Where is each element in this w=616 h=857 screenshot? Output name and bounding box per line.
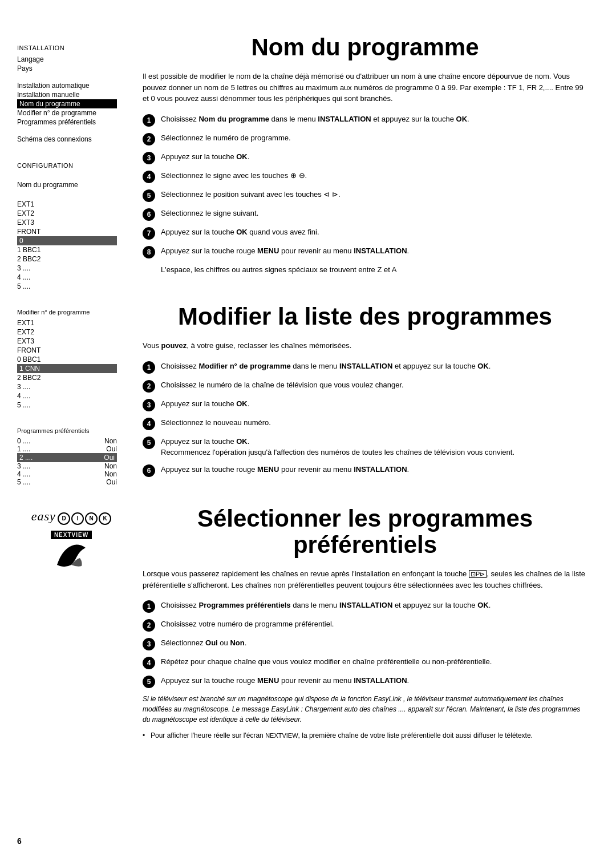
mod-4[interactable]: 4 .... <box>17 391 125 401</box>
step-mod-text-6: Appuyez sur la touche rouge MENU pour re… <box>161 464 587 475</box>
sidebar-item-manuelle[interactable]: Installation manuelle <box>17 90 125 99</box>
logo-area: easy D I N K NEXTVIEW <box>17 509 125 577</box>
step-pref-2: 2 Choisissez votre numéro de programme p… <box>143 619 587 632</box>
pref-4-val: Non <box>104 470 117 478</box>
step-pref-4: 4 Répétez pour chaque chaîne que vous vo… <box>143 656 587 669</box>
programmes-pref-intro: Lorsque vous passerez rapidement les cha… <box>143 568 587 591</box>
sidebar-pref-label: Programmes préférentiels <box>17 427 125 435</box>
step-num-3: 3 <box>143 152 155 164</box>
step-num-4: 4 <box>143 171 155 183</box>
step-pref-5: 5 Appuyez sur la touche rouge MENU pour … <box>143 675 587 688</box>
mod-ext3[interactable]: EXT3 <box>17 337 125 346</box>
mod-1-cnn[interactable]: 1 CNN <box>17 364 117 373</box>
sidebar: INSTALLATION Langage Pays Installation a… <box>0 23 125 834</box>
channel-5[interactable]: 5 .... <box>17 282 125 291</box>
modifier-liste-steps: 1 Choisissez Modifier n° de programme da… <box>143 361 587 477</box>
section-nom-programme: Nom du programme Il est possible de modi… <box>143 34 587 275</box>
channel-ext1[interactable]: EXT1 <box>17 200 125 209</box>
channel-list-modifier: EXT1 EXT2 EXT3 FRONT 0 BBC1 1 CNN 2 BBC2… <box>17 318 125 410</box>
step-nom-2: 2 Sélectionnez le numéro de programme. <box>143 132 587 145</box>
sidebar-modifier-label: Modifier n° de programme <box>17 308 125 316</box>
pref-4-num: 4 .... <box>17 470 30 478</box>
bird-icon <box>54 542 88 571</box>
channel-front[interactable]: FRONT <box>17 227 125 236</box>
step-text-8: Appuyez sur la touche rouge MENU pour re… <box>161 245 587 257</box>
nextview-note: Pour afficher l'heure réelle sur l'écran… <box>143 730 587 741</box>
section-modifier-liste: Modifier la liste des programmes Vous po… <box>143 304 587 477</box>
channel-list-nom: EXT1 EXT2 EXT3 FRONT 0 1 BBC1 2 BBC2 3 .… <box>17 200 125 291</box>
easylink-note: Si le téléviseur est branché sur un magn… <box>143 694 587 725</box>
step-nom-8: 8 Appuyez sur la touche rouge MENU pour … <box>143 245 587 258</box>
sidebar-item-schema[interactable]: Schéma des connexions <box>17 135 125 144</box>
step-num-8: 8 <box>143 246 155 258</box>
step-text-4: Sélectionnez le signe avec les touches ⊕… <box>161 170 587 181</box>
step-num-2: 2 <box>143 133 155 145</box>
main-content: Nom du programme Il est possible de modi… <box>125 23 616 834</box>
pref-1-num: 1 .... <box>17 445 30 453</box>
pref-2[interactable]: 2 .... Oui <box>17 453 117 462</box>
step-text-6: Sélectionnez le signe suivant. <box>161 208 587 219</box>
mod-2-bbc2[interactable]: 2 BBC2 <box>17 373 125 382</box>
sidebar-item-langage[interactable]: Langage <box>17 55 125 64</box>
channel-2-bbc2[interactable]: 2 BBC2 <box>17 254 125 264</box>
step-mod-text-1: Choisissez Modifier n° de programme dans… <box>161 361 587 372</box>
channel-3[interactable]: 3 .... <box>17 264 125 273</box>
sidebar-item-auto[interactable]: Installation automatique <box>17 81 125 90</box>
step-pref-num-1: 1 <box>143 600 155 613</box>
step-nom-4: 4 Sélectionnez le signe avec les touches… <box>143 170 587 183</box>
step-num-6: 6 <box>143 208 155 221</box>
configuration-title: CONFIGURATION <box>17 162 125 169</box>
modifier-liste-intro: Vous pouvez, à votre guise, reclasser le… <box>143 340 587 351</box>
easylink-icons: D I N K <box>58 512 111 525</box>
step-pref-num-4: 4 <box>143 657 155 669</box>
sidebar-item-pays[interactable]: Pays <box>17 64 125 73</box>
pref-1[interactable]: 1 .... Oui <box>17 445 117 453</box>
step-mod-6: 6 Appuyez sur la touche rouge MENU pour … <box>143 464 587 477</box>
mod-ext2[interactable]: EXT2 <box>17 328 125 337</box>
step-pref-num-3: 3 <box>143 638 155 650</box>
nextview-logo: NEXTVIEW <box>17 531 125 577</box>
mod-front[interactable]: FRONT <box>17 346 125 355</box>
pref-0-num: 0 .... <box>17 437 30 445</box>
channel-0[interactable]: 0 <box>17 236 117 245</box>
step-mod-2: 2 Choisissez le numéro de la chaîne de t… <box>143 379 587 393</box>
step-pref-text-4: Répétez pour chaque chaîne que vous voul… <box>161 656 587 668</box>
step-nom-7: 7 Appuyez sur la touche OK quand vous av… <box>143 227 587 240</box>
step-mod-text-3: Appuyez sur la touche OK. <box>161 398 587 410</box>
mod-0-bbc1[interactable]: 0 BBC1 <box>17 355 125 364</box>
installation-title: INSTALLATION <box>17 45 125 51</box>
sidebar-item-programmes-pref[interactable]: Programmes préférentiels <box>17 118 125 127</box>
pref-1-val: Oui <box>106 445 117 453</box>
programmes-pref-title: Sélectionner les programmes préférentiel… <box>143 506 587 558</box>
pref-3-val: Non <box>104 462 117 470</box>
step-num-7: 7 <box>143 227 155 240</box>
mod-3[interactable]: 3 .... <box>17 382 125 391</box>
channel-ext2[interactable]: EXT2 <box>17 209 125 218</box>
page-container: INSTALLATION Langage Pays Installation a… <box>0 0 616 857</box>
step-mod-num-6: 6 <box>143 464 155 477</box>
step-mod-num-5: 5 <box>143 436 155 449</box>
sidebar-item-nom-programme[interactable]: Nom du programme <box>17 99 117 108</box>
channel-1-bbc1[interactable]: 1 BBC1 <box>17 245 125 254</box>
pref-2-val: Oui <box>104 454 115 462</box>
pref-4[interactable]: 4 .... Non <box>17 470 117 478</box>
pref-3[interactable]: 3 .... Non <box>17 462 117 470</box>
sidebar-config-nom[interactable]: Nom du programme <box>17 180 125 189</box>
step-mod-5: 5 Appuyez sur la touche OK.Recommencez l… <box>143 436 587 458</box>
mod-5[interactable]: 5 .... <box>17 401 125 410</box>
bottom-area: Si le téléviseur est branché sur un magn… <box>143 694 587 741</box>
pref-0[interactable]: 0 .... Non <box>17 437 117 445</box>
step-mod-4: 4 Sélectionnez le nouveau numéro. <box>143 417 587 430</box>
mod-ext1[interactable]: EXT1 <box>17 318 125 328</box>
sidebar-item-modifier-no[interactable]: Modifier n° de programme <box>17 108 125 118</box>
step-pref-3: 3 Sélectionnez Oui ou Non. <box>143 637 587 650</box>
step-nom-1: 1 Choisissez Nom du programme dans le me… <box>143 114 587 127</box>
step-pref-text-1: Choisissez Programmes préférentiels dans… <box>161 600 587 611</box>
pref-5[interactable]: 5 .... Oui <box>17 478 117 486</box>
step-text-1: Choisissez Nom du programme dans le menu… <box>161 114 587 125</box>
step-num-1: 1 <box>143 114 155 127</box>
channel-ext3[interactable]: EXT3 <box>17 218 125 227</box>
pref-2-num: 2 .... <box>19 454 33 462</box>
step-mod-num-3: 3 <box>143 399 155 411</box>
channel-4[interactable]: 4 .... <box>17 273 125 282</box>
